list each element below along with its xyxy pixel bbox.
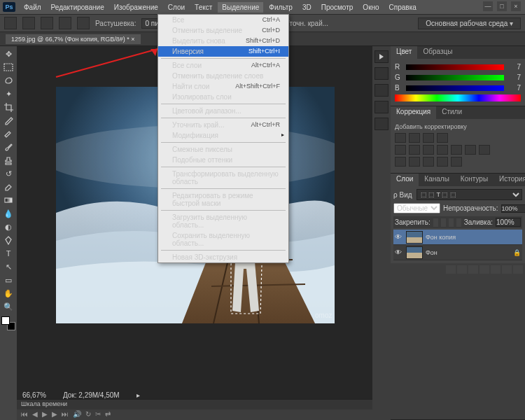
layer-thumb[interactable] xyxy=(406,246,423,259)
sel-sub-icon[interactable] xyxy=(59,17,71,29)
adj-vibrance-icon[interactable] xyxy=(395,145,406,155)
tab-channels[interactable]: Каналы xyxy=(419,174,455,186)
lock-pos-icon[interactable] xyxy=(449,218,454,227)
document-tab[interactable]: 1259.jpg @ 66,7% (Фон копия, RGB/8#) * × xyxy=(6,34,141,44)
menu-item-отменить-выделение-слоев[interactable]: Отменить выделение слоев xyxy=(158,71,288,81)
sel-new-icon[interactable] xyxy=(22,17,35,29)
menu-item-найти-слои[interactable]: Найти слоиAlt+Shift+Ctrl+F xyxy=(158,81,288,92)
adj-thresh-icon[interactable] xyxy=(423,157,434,167)
r-value[interactable]: 7 xyxy=(508,63,521,71)
link-layers-icon[interactable] xyxy=(446,265,456,274)
expand-panels-icon[interactable] xyxy=(374,50,388,63)
crop-tool[interactable] xyxy=(1,101,15,113)
tab-color[interactable]: Цвет xyxy=(391,46,417,59)
maximize-button[interactable]: □ xyxy=(497,1,507,11)
adj-lookup-icon[interactable] xyxy=(479,145,490,155)
adj-photo-icon[interactable] xyxy=(451,145,462,155)
group-icon[interactable] xyxy=(491,265,500,274)
menu-select[interactable]: Выделение xyxy=(218,2,263,13)
timeline-audio-icon[interactable]: 🔊 xyxy=(73,410,81,418)
layer-thumb[interactable] xyxy=(406,231,423,244)
move-tool[interactable]: ✥ xyxy=(1,48,15,60)
zoom-level[interactable]: 66,67% xyxy=(22,391,46,399)
menu-item-все-слои[interactable]: Все слоиAlt+Ctrl+A xyxy=(158,60,288,71)
spectrum-bar[interactable] xyxy=(395,94,521,102)
fx-icon[interactable] xyxy=(457,265,467,274)
menu-help[interactable]: Справка xyxy=(385,2,421,13)
r-slider[interactable] xyxy=(406,64,504,70)
menu-item-подобные-оттенки[interactable]: Подобные оттенки xyxy=(158,155,288,165)
adj-brightness-icon[interactable] xyxy=(395,133,406,143)
sel-int-icon[interactable] xyxy=(77,17,90,29)
menu-text[interactable]: Текст xyxy=(190,2,216,13)
menu-item-новая-3d-экструзия[interactable]: Новая 3D-экструзия xyxy=(158,252,288,262)
history-brush-tool[interactable]: ↺ xyxy=(1,167,15,180)
minimize-button[interactable]: — xyxy=(483,1,493,11)
fill-input[interactable] xyxy=(496,218,521,227)
menu-item-цветовой-диапазон-[interactable]: Цветовой диапазон... xyxy=(158,106,288,116)
menu-view[interactable]: Просмотр xyxy=(317,2,358,13)
gradient-tool[interactable] xyxy=(1,194,15,206)
adj-curves-icon[interactable] xyxy=(423,133,434,143)
menu-item-отменить-выделение[interactable]: Отменить выделениеCtrl+D xyxy=(158,25,288,36)
menu-item-изолировать-слои[interactable]: Изолировать слои xyxy=(158,92,288,102)
menu-edit[interactable]: Редактирование xyxy=(47,2,108,13)
doc-info-arrow[interactable]: ▸ xyxy=(136,391,140,399)
menu-item-все[interactable]: ВсеCtrl+A xyxy=(158,15,288,25)
adj-exposure-icon[interactable] xyxy=(437,133,448,143)
layer-kind-select[interactable]: ⬚ ⬚ T ⬚ ⬚ xyxy=(416,189,522,200)
tab-styles[interactable]: Стили xyxy=(436,106,468,119)
marquee-tool[interactable] xyxy=(1,61,15,74)
adj-levels-icon[interactable] xyxy=(409,133,420,143)
menu-item-загрузить-выделенную-область-[interactable]: Загрузить выделенную область... xyxy=(158,212,288,230)
lock-all-icon[interactable] xyxy=(456,218,461,227)
adj-invert-icon[interactable] xyxy=(395,157,406,167)
layer-name[interactable]: Фон копия xyxy=(426,234,456,241)
menu-item-сохранить-выделенную-область-[interactable]: Сохранить выделенную область... xyxy=(158,230,288,248)
dodge-tool[interactable]: ◐ xyxy=(1,220,15,233)
tab-adjustments[interactable]: Коррекция xyxy=(391,106,436,119)
tab-layers[interactable]: Слои xyxy=(391,174,419,186)
visibility-icon[interactable]: 👁 xyxy=(395,233,403,241)
shape-tool[interactable]: ▭ xyxy=(1,274,15,286)
visibility-icon[interactable]: 👁 xyxy=(395,248,403,256)
layer-row[interactable]: 👁 Фон 🔒 xyxy=(393,245,522,260)
adj-selective-icon[interactable] xyxy=(451,157,462,167)
timeline-transition-icon[interactable]: ⇄ xyxy=(105,410,111,418)
brush-tool[interactable] xyxy=(1,141,15,153)
mask-icon[interactable] xyxy=(468,265,478,274)
wand-tool[interactable]: ✦ xyxy=(1,88,15,100)
menu-window[interactable]: Окно xyxy=(358,2,383,13)
timeline-tab[interactable]: Шкала времени xyxy=(17,400,372,410)
refine-button[interactable]: Уточн. край... xyxy=(285,20,328,27)
menu-file[interactable]: Файл xyxy=(20,2,46,13)
zoom-tool[interactable]: 🔍 xyxy=(1,300,15,313)
menu-item-инверсия[interactable]: ИнверсияShift+Ctrl+I xyxy=(158,46,288,57)
layer-row[interactable]: 👁 Фон копия xyxy=(393,230,522,245)
trash-icon[interactable] xyxy=(513,265,523,274)
adj-mixer-icon[interactable] xyxy=(465,145,476,155)
lock-trans-icon[interactable] xyxy=(433,218,438,227)
adj-bw-icon[interactable] xyxy=(437,145,448,155)
sel-add-icon[interactable] xyxy=(41,17,53,29)
close-button[interactable]: × xyxy=(511,1,521,11)
menu-item-модификация[interactable]: Модификация xyxy=(158,130,288,141)
strip-icon-2[interactable] xyxy=(374,84,388,97)
hand-tool[interactable]: ✋ xyxy=(1,287,15,300)
menu-filter[interactable]: Фильтр xyxy=(265,2,297,13)
timeline-prev-icon[interactable]: ◀ xyxy=(32,410,38,418)
eyedropper-tool[interactable] xyxy=(1,114,15,127)
heal-tool[interactable] xyxy=(1,127,15,140)
timeline-first-icon[interactable]: ⏮ xyxy=(21,410,28,418)
layer-name[interactable]: Фон xyxy=(426,249,438,256)
tab-history[interactable]: История xyxy=(493,174,525,186)
b-value[interactable]: 7 xyxy=(508,84,521,92)
path-tool[interactable]: ↖ xyxy=(1,260,15,273)
menu-layers[interactable]: Слои xyxy=(164,2,189,13)
timeline-play-icon[interactable]: ▶ xyxy=(42,410,48,418)
tool-preset-icon[interactable] xyxy=(4,17,17,29)
workspace-selector[interactable]: Основная рабочая среда ▾ xyxy=(418,18,521,29)
pen-tool[interactable] xyxy=(1,234,15,246)
lock-pixels-icon[interactable] xyxy=(441,218,446,227)
menu-item-редактировать-в-режиме-быстрой-маски[interactable]: Редактировать в режиме быстрой маски xyxy=(158,190,288,209)
